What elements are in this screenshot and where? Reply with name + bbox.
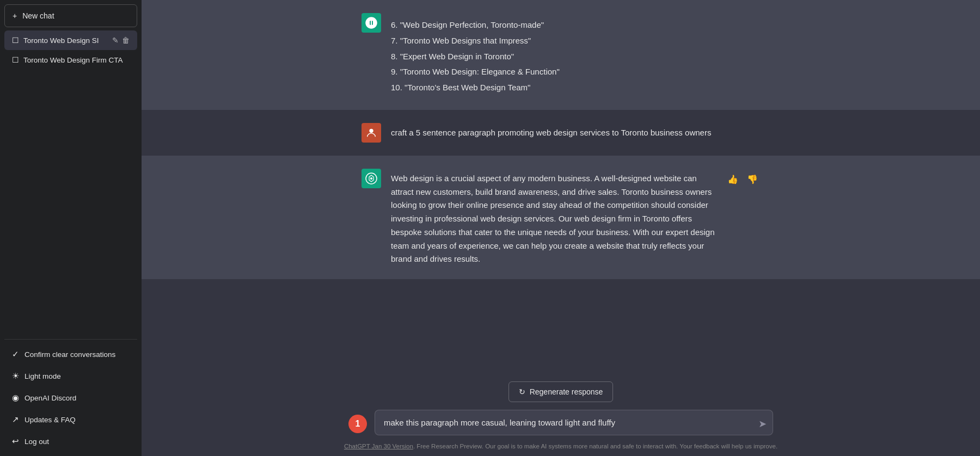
new-chat-label: New chat <box>22 11 54 20</box>
input-box-wrapper: ➤ <box>375 410 773 437</box>
discord-label: OpenAI Discord <box>24 394 76 402</box>
chat-item-toronto-sl[interactable]: ☐ Toronto Web Design SI ✎ 🗑 <box>4 30 137 50</box>
regenerate-row: ↻ Regenerate response <box>509 381 614 402</box>
regenerate-button[interactable]: ↻ Regenerate response <box>509 381 614 402</box>
main-area: 6. "Web Design Perfection, Toronto-made"… <box>142 0 980 456</box>
thumbs-down-button[interactable]: 👎 <box>745 173 760 186</box>
list-item: 7. "Toronto Web Designs that Impress" <box>391 34 760 48</box>
edit-icon[interactable]: ✎ <box>112 36 119 45</box>
footer-description: . Free Research Preview. Our goal is to … <box>413 443 777 449</box>
logout-label: Log out <box>24 437 49 446</box>
chat-item-toronto-cta[interactable]: ☐ Toronto Web Design Firm CTA <box>4 50 137 70</box>
sidebar-item-discord[interactable]: ◉ OpenAI Discord <box>4 387 137 408</box>
user-message-content: craft a 5 sentence paragraph promoting w… <box>391 123 760 140</box>
user-badge-number: 1 <box>356 419 360 429</box>
ai-avatar-2 <box>362 169 381 188</box>
ai-response-text: Web design is a crucial aspect of any mo… <box>391 169 715 266</box>
user-badge: 1 <box>348 415 367 433</box>
regenerate-icon: ↻ <box>519 387 525 396</box>
link-out-icon: ↗ <box>12 415 19 424</box>
svg-point-1 <box>369 128 373 132</box>
logout-icon: ↩ <box>12 436 19 446</box>
regenerate-label: Regenerate response <box>530 387 603 396</box>
user-message-text: craft a 5 sentence paragraph promoting w… <box>391 128 711 137</box>
sidebar-item-updates-faq[interactable]: ↗ Updates & FAQ <box>4 409 137 430</box>
input-row: 1 ➤ <box>348 410 773 437</box>
chat-list: ☐ Toronto Web Design SI ✎ 🗑 ☐ Toronto We… <box>4 30 137 335</box>
chat-input[interactable] <box>375 410 773 435</box>
ai-paragraph: Web design is a crucial aspect of any mo… <box>391 174 715 264</box>
ai-response-message: Web design is a crucial aspect of any mo… <box>142 156 980 279</box>
thumbs-up-button[interactable]: 👍 <box>725 173 740 186</box>
new-chat-button[interactable]: + New chat <box>4 4 137 27</box>
chat-icon-2: ☐ <box>12 56 19 64</box>
confirm-clear-label: Confirm clear conversations <box>24 350 115 359</box>
list-item: 8. "Expert Web Design in Toronto" <box>391 50 760 64</box>
chat-icon: ☐ <box>12 36 19 45</box>
send-button[interactable]: ➤ <box>758 418 767 430</box>
footer-text: ChatGPT Jan 30 Version. Free Research Pr… <box>344 443 777 452</box>
svg-point-3 <box>370 177 372 180</box>
sidebar-item-confirm-clear[interactable]: ✓ Confirm clear conversations <box>4 344 137 365</box>
light-mode-label: Light mode <box>24 372 61 380</box>
ai-avatar <box>362 13 381 33</box>
list-item: 6. "Web Design Perfection, Toronto-made" <box>391 19 760 32</box>
chatgpt-version-link[interactable]: ChatGPT Jan 30 Version <box>344 443 413 449</box>
sun-icon: ☀ <box>12 371 19 381</box>
message-actions: 👍 👎 <box>725 169 760 186</box>
list-item: 9. "Toronto Web Design: Elegance & Funct… <box>391 65 760 79</box>
ai-list-message-inner: 6. "Web Design Perfection, Toronto-made"… <box>348 13 773 97</box>
ai-list-content: 6. "Web Design Perfection, Toronto-made"… <box>391 13 760 97</box>
user-avatar <box>362 123 381 143</box>
sidebar-divider <box>4 339 137 340</box>
ai-list-message: 6. "Web Design Perfection, Toronto-made"… <box>142 0 980 110</box>
checkmark-icon: ✓ <box>12 349 19 359</box>
list-item: 10. "Toronto's Best Web Design Team" <box>391 81 760 95</box>
updates-faq-label: Updates & FAQ <box>24 416 76 424</box>
plus-icon: + <box>13 11 17 20</box>
send-icon: ➤ <box>758 418 767 430</box>
messages-area: 6. "Web Design Perfection, Toronto-made"… <box>142 0 980 373</box>
sidebar-bottom: ✓ Confirm clear conversations ☀ Light mo… <box>4 344 137 452</box>
chat-item-label: Toronto Web Design SI <box>23 36 108 45</box>
delete-icon[interactable]: 🗑 <box>122 36 130 45</box>
ai-response-inner: Web design is a crucial aspect of any mo… <box>348 169 773 266</box>
discord-icon: ◉ <box>12 393 19 403</box>
input-area: ↻ Regenerate response 1 ➤ ChatGPT Jan 30… <box>142 373 980 456</box>
chat-item-label-2: Toronto Web Design Firm CTA <box>23 56 130 64</box>
user-message-inner: craft a 5 sentence paragraph promoting w… <box>348 123 773 143</box>
sidebar: + New chat ☐ Toronto Web Design SI ✎ 🗑 ☐… <box>0 0 142 456</box>
user-message: craft a 5 sentence paragraph promoting w… <box>142 110 980 156</box>
sidebar-item-light-mode[interactable]: ☀ Light mode <box>4 366 137 386</box>
chat-item-actions: ✎ 🗑 <box>112 36 130 45</box>
sidebar-item-log-out[interactable]: ↩ Log out <box>4 431 137 452</box>
numbered-list: 6. "Web Design Perfection, Toronto-made"… <box>391 19 760 95</box>
